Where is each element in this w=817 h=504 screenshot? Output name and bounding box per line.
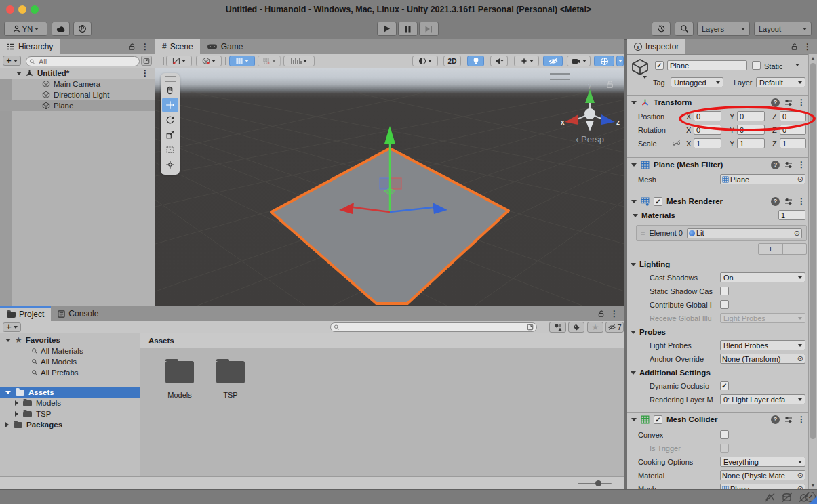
physic-material-field[interactable]: None (Physic Mate ⊙ — [720, 470, 805, 480]
object-picker-icon[interactable]: ⊙ — [797, 175, 803, 184]
effects-dropdown[interactable] — [514, 56, 539, 66]
foldout-open-icon[interactable] — [16, 72, 22, 75]
tab-game[interactable]: Game — [200, 39, 250, 54]
help-icon[interactable]: ? — [771, 161, 780, 169]
scale-z-field[interactable]: 1 — [780, 138, 806, 148]
gizmo-plane-handle-xy[interactable] — [380, 178, 391, 189]
favorites-filter-button[interactable]: ★ — [587, 322, 603, 333]
transform-tool-button[interactable] — [162, 157, 178, 172]
drag-handle-icon[interactable]: = — [641, 229, 645, 237]
hierarchy-item-main-camera[interactable]: Main Camera — [0, 79, 155, 89]
undo-history-button[interactable] — [652, 22, 671, 36]
layer-dropdown[interactable]: Default — [756, 77, 805, 87]
foldout-open-icon[interactable] — [631, 101, 637, 104]
component-menu-icon[interactable]: ⋮ — [797, 415, 805, 424]
cooking-options-dropdown[interactable]: Everything — [720, 457, 805, 467]
presets-icon[interactable] — [784, 99, 793, 106]
scene-picking-dropdown[interactable] — [166, 56, 192, 66]
tab-scene[interactable]: # Scene — [155, 39, 200, 54]
add-element-button[interactable]: + — [759, 244, 783, 254]
help-icon[interactable]: ? — [771, 197, 780, 206]
orientation-overlay-handle[interactable] — [550, 73, 570, 80]
tab-hierarchy[interactable]: Hierarchy — [0, 39, 60, 54]
materials-foldout[interactable]: Materials — [633, 210, 675, 221]
grid-visibility-dropdown[interactable] — [229, 56, 255, 66]
presets-icon[interactable] — [784, 416, 793, 423]
foldout-closed-icon[interactable] — [15, 400, 18, 406]
foldout-open-icon[interactable] — [633, 214, 638, 217]
scrollbar-thumb[interactable] — [810, 63, 816, 439]
presets-icon[interactable] — [784, 161, 793, 169]
panel-menu-icon[interactable]: ⋮ — [803, 42, 812, 51]
material-element-row[interactable]: = Element 0 Lit ⊙ — [636, 225, 807, 241]
scale-x-field[interactable]: 1 — [694, 138, 721, 148]
foldout-closed-icon[interactable] — [15, 411, 18, 417]
scale-tool-button[interactable] — [162, 127, 178, 142]
gizmo-front-cone[interactable] — [586, 121, 594, 131]
inspector-scrollbar[interactable]: ▲ ▼ — [808, 54, 817, 489]
tree-item-assets-selected[interactable]: Assets — [0, 387, 140, 398]
tree-item-models[interactable]: Models — [0, 398, 140, 408]
static-checkbox[interactable] — [752, 61, 761, 70]
object-picker-icon[interactable]: ⊙ — [797, 471, 803, 480]
rotate-tool-button[interactable] — [162, 112, 178, 127]
component-enabled-checkbox[interactable]: ✓ — [654, 415, 662, 424]
panel-menu-icon[interactable]: ⋮ — [610, 309, 618, 318]
perspective-label[interactable]: ‹ Persp — [561, 134, 619, 144]
project-search-field[interactable] — [330, 322, 537, 332]
material-object-field[interactable]: Lit ⊙ — [687, 228, 802, 238]
thumbnail-zoom-slider[interactable] — [578, 483, 612, 484]
gizmo-y-cone[interactable] — [585, 89, 595, 103]
scroll-down-icon[interactable]: ▼ — [809, 483, 817, 488]
rotation-x-field[interactable]: 0 — [694, 125, 721, 135]
snap-settings-dropdown[interactable] — [258, 56, 281, 66]
tab-inspector[interactable]: i Inspector — [627, 39, 685, 54]
unlock-icon[interactable] — [128, 43, 136, 51]
constrain-proportions-icon[interactable] — [672, 140, 681, 147]
snap-increment-dropdown[interactable] — [283, 56, 315, 66]
foldout-open-icon[interactable] — [631, 200, 637, 203]
convex-checkbox[interactable] — [720, 430, 729, 439]
gizmos-toggle[interactable] — [594, 56, 614, 66]
gizmos-dropdown[interactable] — [616, 56, 624, 66]
mesh-filter-header[interactable]: Plane (Mesh Filter) ? ⋮ — [627, 157, 808, 171]
position-x-field[interactable]: 0 — [694, 111, 721, 121]
play-button[interactable] — [377, 22, 397, 36]
scroll-up-icon[interactable]: ▲ — [809, 56, 817, 60]
gizmo-center[interactable] — [584, 108, 595, 119]
materials-count-field[interactable]: 1 — [778, 210, 805, 220]
mesh-object-field[interactable]: Plane ⊙ — [720, 174, 805, 184]
foldout-open-icon[interactable] — [631, 163, 637, 167]
pause-button[interactable] — [398, 22, 418, 36]
object-picker-icon[interactable]: ⊙ — [797, 354, 803, 363]
code-coverage-disabled-icon[interactable] — [764, 492, 776, 503]
mesh-collider-header[interactable]: ✓ Mesh Collider ? ⋮ — [627, 412, 808, 426]
scene-camera-dropdown[interactable] — [567, 56, 591, 66]
foldout-open-icon[interactable] — [5, 391, 11, 394]
tab-console[interactable]: Console — [51, 306, 105, 321]
step-button[interactable] — [419, 22, 439, 36]
active-checkbox[interactable]: ✓ — [655, 61, 664, 70]
position-z-field[interactable]: 0 — [780, 111, 806, 121]
hierarchy-search-field[interactable] — [26, 56, 140, 66]
help-icon[interactable]: ? — [771, 415, 780, 424]
cloud-button[interactable] — [52, 22, 70, 36]
static-dropdown[interactable] — [795, 64, 799, 66]
audio-toggle-button[interactable] — [490, 56, 508, 66]
tree-item-tsp[interactable]: TSP — [0, 408, 140, 419]
remove-element-button[interactable]: − — [783, 244, 807, 254]
shading-mode-dropdown[interactable] — [412, 56, 438, 66]
hierarchy-search-input[interactable] — [37, 57, 136, 66]
rotation-z-field[interactable]: 0 — [780, 125, 806, 135]
rendering-layer-dropdown[interactable]: 0: Light Layer defa — [720, 394, 805, 404]
overlay-drag-handle[interactable] — [165, 76, 176, 82]
layers-dropdown[interactable]: Layers — [697, 22, 750, 36]
favorite-all-materials[interactable]: All Materials — [0, 345, 140, 356]
anchor-override-field[interactable]: None (Transform) ⊙ — [720, 354, 805, 364]
rotation-y-field[interactable]: 0 — [737, 125, 765, 135]
cast-shadows-dropdown[interactable]: On — [720, 272, 805, 282]
search-button[interactable] — [675, 22, 694, 36]
transform-header[interactable]: Transform ? ⋮ — [627, 95, 808, 109]
foldout-open-icon[interactable] — [631, 418, 637, 421]
favorites-header[interactable]: ★ Favorites — [0, 335, 140, 345]
